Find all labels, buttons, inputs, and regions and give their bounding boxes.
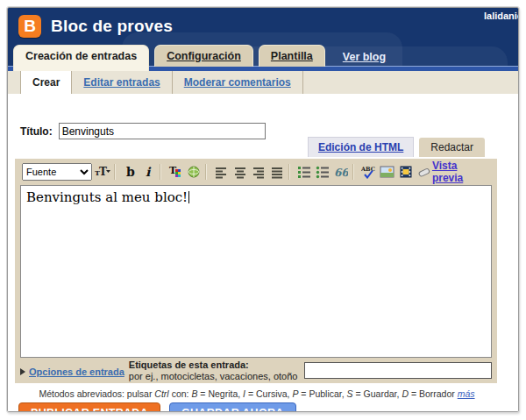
html-edit-tab[interactable]: Edición de HTML xyxy=(308,137,414,157)
toolbar-separator xyxy=(288,164,290,180)
svg-text:66: 66 xyxy=(334,167,348,179)
subtab-edit-posts[interactable]: Editar entradas xyxy=(72,71,172,94)
editor-text: Benvinguts al meu bloc! xyxy=(26,189,188,205)
bold-icon[interactable]: b xyxy=(122,163,138,181)
labels-block: Etiquetas de esta entrada: por ej., moto… xyxy=(129,359,298,381)
font-select[interactable]: Fuente xyxy=(22,163,92,181)
post-options-row: Opciones de entrada Etiquetas de esta en… xyxy=(15,358,497,381)
italic-icon[interactable]: i xyxy=(140,163,156,181)
align-center-icon[interactable] xyxy=(231,163,247,181)
preview-link[interactable]: Vista previa xyxy=(432,160,483,184)
blogger-logo-icon[interactable]: B xyxy=(18,15,41,38)
compose-tab[interactable]: Redactar xyxy=(419,138,485,157)
editor-toolbar: Fuente TT b i T xyxy=(15,159,497,185)
editor-panel: Fuente TT b i T xyxy=(15,159,497,383)
view-blog-link[interactable]: Ver blog xyxy=(343,51,386,63)
svg-text:i: i xyxy=(146,165,152,179)
svg-text:T: T xyxy=(99,166,107,178)
remove-formatting-icon[interactable] xyxy=(416,163,432,181)
subtab-create[interactable]: Crear xyxy=(20,71,72,94)
title-label: Título: xyxy=(20,125,53,138)
keyboard-shortcuts-hint: Métodos abreviados: pulsar Ctrl con: B =… xyxy=(8,388,506,399)
align-right-icon[interactable] xyxy=(251,163,267,181)
publish-post-button[interactable]: PUBLICAR ENTRADA xyxy=(18,402,160,412)
unordered-list-icon[interactable] xyxy=(315,163,331,181)
editor-mode-tabs: Edición de HTML Redactar xyxy=(308,137,485,157)
main-tabs: Creación de entradas Configuración Plant… xyxy=(13,45,518,71)
labels-example: por ej., motocicletas, vacaciones, otoño xyxy=(129,371,298,382)
align-left-icon[interactable] xyxy=(213,163,229,181)
tab-settings[interactable]: Configuración xyxy=(154,45,253,67)
spellcheck-icon[interactable]: ABC xyxy=(360,163,376,181)
font-size-icon[interactable]: TT xyxy=(95,163,110,181)
header: B Bloc de proves lalidanic Creación de e… xyxy=(8,8,518,71)
username: lalidanic xyxy=(484,11,518,21)
save-now-button[interactable]: GUARDAR AHORA xyxy=(169,402,296,412)
subtab-moderate-comments[interactable]: Moderar comentarios xyxy=(173,71,303,94)
expand-triangle-icon xyxy=(20,368,25,375)
blogger-window: B Bloc de proves lalidanic Creación de e… xyxy=(7,7,519,412)
toolbar-separator xyxy=(114,164,116,180)
toolbar-separator xyxy=(205,164,207,180)
posting-subnav: Crear Editar entradas Moderar comentario… xyxy=(8,71,518,94)
title-row: Título: xyxy=(20,123,266,139)
toolbar-separator xyxy=(352,164,354,180)
post-body-editor[interactable]: Benvinguts al meu bloc! xyxy=(20,185,492,358)
content-area: Título: Edición de HTML Redactar Fuente … xyxy=(8,94,518,411)
svg-text:b: b xyxy=(126,165,135,179)
post-options[interactable]: Opciones de entrada xyxy=(20,367,124,377)
align-justify-icon[interactable] xyxy=(269,163,285,181)
blockquote-icon[interactable]: 66 xyxy=(333,163,349,181)
action-buttons: PUBLICAR ENTRADA GUARDAR AHORA xyxy=(18,402,296,412)
insert-video-icon[interactable] xyxy=(398,163,414,181)
labels-input[interactable] xyxy=(304,362,492,379)
tab-posting[interactable]: Creación de entradas xyxy=(13,45,149,71)
post-options-link: Opciones de entrada xyxy=(29,367,124,377)
text-caret xyxy=(188,191,189,203)
ordered-list-icon[interactable] xyxy=(296,163,312,181)
add-link-icon[interactable] xyxy=(186,163,202,181)
insert-image-icon[interactable] xyxy=(379,163,394,181)
tab-template[interactable]: Plantilla xyxy=(259,45,325,67)
shortcuts-more-link[interactable]: más xyxy=(458,388,475,399)
title-input[interactable] xyxy=(59,123,266,139)
text-color-icon[interactable]: T xyxy=(167,163,183,181)
brand: B Bloc de proves xyxy=(18,15,173,38)
svg-text:ABC: ABC xyxy=(361,166,375,173)
labels-heading: Etiquetas de esta entrada: xyxy=(129,359,298,371)
toolbar-separator xyxy=(160,164,161,180)
screenshot-stage: B Bloc de proves lalidanic Creación de e… xyxy=(0,0,526,420)
blog-title: Bloc de proves xyxy=(51,17,173,36)
